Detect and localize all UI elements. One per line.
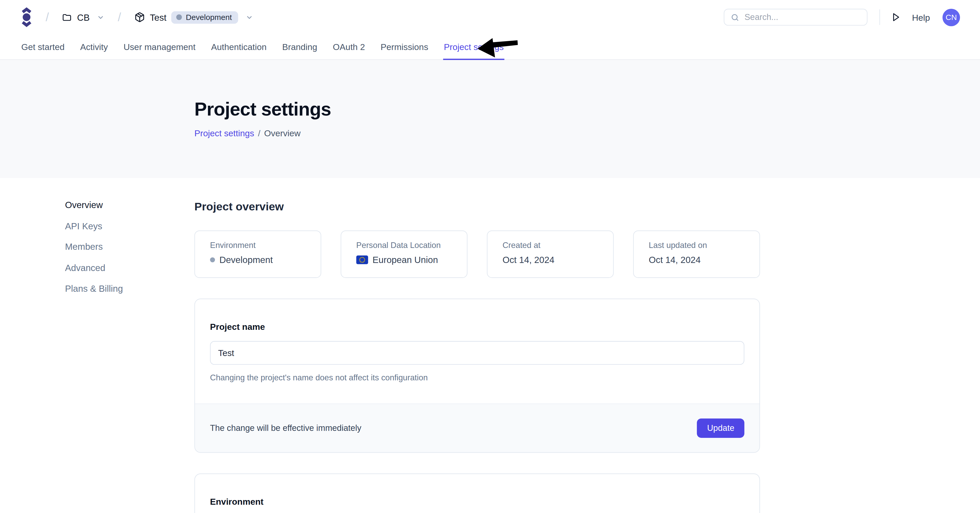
tab-get-started[interactable]: Get started	[21, 35, 65, 60]
chevron-down-icon	[97, 13, 105, 21]
info-card-value: Oct 14, 2024	[503, 255, 554, 265]
info-card-data-location: Personal Data Location European Union	[340, 230, 468, 278]
page-hero: Project settings Project settings / Over…	[0, 60, 980, 178]
info-card-last-updated: Last updated on Oct 14, 2024	[633, 230, 760, 278]
breadcrumb: Project settings / Overview	[194, 128, 980, 138]
app-logo-icon[interactable]	[21, 7, 33, 28]
environment-dot-icon	[210, 257, 215, 262]
info-card-value: Oct 14, 2024	[649, 255, 700, 265]
search-input[interactable]	[745, 13, 861, 22]
sidebar-item-overview[interactable]: Overview	[65, 200, 123, 210]
chevron-down-icon	[245, 13, 253, 21]
project-name-card-footer: The change will be effective immediately…	[195, 403, 759, 452]
tab-user-management[interactable]: User management	[123, 35, 196, 60]
org-name: CB	[77, 12, 90, 22]
project-name-card: Project name Changing the project's name…	[194, 299, 760, 453]
breadcrumb-separator: /	[258, 128, 260, 138]
sidebar-item-plans-billing[interactable]: Plans & Billing	[65, 283, 123, 294]
footer-note: The change will be effective immediately	[210, 423, 361, 433]
section-title: Project overview	[194, 200, 760, 214]
info-card-row: Environment Development Personal Data Lo…	[194, 230, 760, 278]
page-content: Overview API Keys Members Advanced Plans…	[0, 178, 980, 513]
breadcrumb-current: Overview	[264, 128, 301, 138]
environment-badge-label: Development	[186, 13, 232, 22]
search-box[interactable]	[724, 9, 867, 25]
search-icon	[731, 13, 740, 22]
page-title: Project settings	[194, 99, 980, 120]
info-card-value: European Union	[372, 255, 438, 265]
sidebar-item-api-keys[interactable]: API Keys	[65, 221, 123, 231]
tab-permissions[interactable]: Permissions	[380, 35, 429, 60]
breadcrumb-link[interactable]: Project settings	[194, 128, 255, 138]
help-link[interactable]: Help	[912, 12, 930, 22]
update-button[interactable]: Update	[697, 418, 745, 438]
info-card-value: Development	[220, 255, 273, 265]
tab-authentication[interactable]: Authentication	[210, 35, 267, 60]
info-card-created-at: Created at Oct 14, 2024	[487, 230, 614, 278]
eu-flag-icon	[356, 256, 368, 264]
tab-branding[interactable]: Branding	[282, 35, 318, 60]
top-bar: / CB / Test Developmen	[0, 0, 980, 35]
tab-oauth2[interactable]: OAuth 2	[332, 35, 366, 60]
main-tab-bar: Get started Activity User management Aut…	[0, 35, 980, 60]
breadcrumb-separator: /	[118, 10, 121, 24]
folder-icon	[62, 12, 72, 22]
environment-badge: Development	[171, 11, 238, 23]
app-window: / CB / Test Developmen	[0, 0, 980, 513]
info-card-label: Last updated on	[649, 240, 759, 250]
main-column: Project overview Environment Development…	[194, 200, 760, 513]
topbar-right-group: Help CN	[724, 8, 960, 26]
environment-label: Environment	[210, 497, 745, 507]
breadcrumb-separator: /	[46, 10, 49, 24]
info-card-label: Personal Data Location	[356, 240, 467, 250]
project-name-input[interactable]	[210, 341, 745, 365]
project-name: Test	[150, 12, 167, 22]
org-switcher[interactable]: CB	[62, 12, 105, 22]
project-name-helper: Changing the project's name does not aff…	[210, 373, 745, 382]
project-switcher[interactable]: Test Development	[134, 11, 253, 23]
tab-activity[interactable]: Activity	[80, 35, 109, 60]
settings-side-nav: Overview API Keys Members Advanced Plans…	[65, 200, 123, 305]
info-card-label: Created at	[503, 240, 613, 250]
avatar[interactable]: CN	[942, 8, 960, 26]
environment-dot-icon	[177, 14, 182, 20]
info-card-environment: Environment Development	[194, 230, 321, 278]
play-icon[interactable]	[892, 13, 900, 22]
sidebar-item-advanced[interactable]: Advanced	[65, 263, 123, 273]
project-name-label: Project name	[210, 322, 745, 332]
environment-card: Environment Development	[194, 473, 760, 513]
topbar-divider	[880, 10, 880, 25]
package-icon	[134, 12, 145, 22]
info-card-label: Environment	[210, 240, 321, 250]
sidebar-item-members[interactable]: Members	[65, 242, 123, 252]
tab-project-settings[interactable]: Project settings	[443, 35, 504, 60]
